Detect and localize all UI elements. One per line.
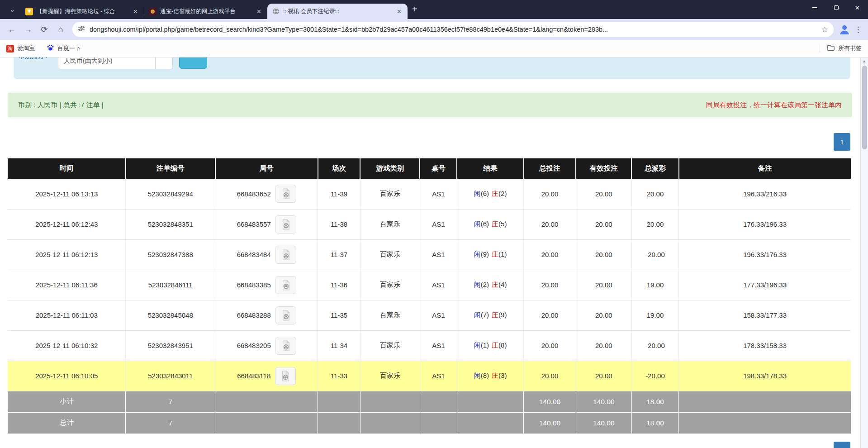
cell-total-bet: 20.00: [524, 361, 576, 391]
browser-tab-3-active[interactable]: :::视讯 会员下注纪录::: ✕: [267, 4, 408, 19]
banker-label: 庄: [492, 311, 498, 319]
cell-table-no: AS1: [420, 179, 457, 209]
bet-records-table: 时间注单编号局号场次游戏类别桌号结果总投注有效投注总派彩备注 2025-12-1…: [8, 158, 851, 434]
cell-valid-bet: 20.00: [576, 300, 631, 330]
cell-payout: -20.00: [631, 330, 678, 361]
reload-button[interactable]: ⟳: [37, 22, 52, 37]
cell-time: 2025-12-11 06:12:43: [8, 209, 126, 239]
cell-note: 158.33/177.33: [679, 300, 851, 330]
summary-bar: 币别 : 人民币 | 总共 :7 注单 | 同局有效投注，统一计算在该局第一张注…: [8, 93, 852, 117]
scrollbar-thumb[interactable]: [862, 66, 867, 149]
cell-payout: -20.00: [631, 239, 678, 270]
address-bar[interactable]: dongshouji.com/ipl/portal.php/game/betre…: [72, 22, 834, 37]
video-record-button[interactable]: [275, 367, 296, 385]
cell-time: 2025-12-11 06:11:03: [8, 300, 126, 330]
bookmark-baidu[interactable]: 百度一下: [47, 44, 81, 53]
cell-bet-id: 523032843951: [126, 330, 215, 361]
banker-label: 庄: [492, 281, 498, 288]
video-record-button[interactable]: [275, 306, 296, 324]
minimize-button[interactable]: [804, 0, 825, 15]
tab-close-icon[interactable]: ✕: [132, 8, 139, 15]
baidu-paw-icon: [47, 44, 54, 53]
table-footer: 小计 7 140.00 140.00 18.00 总计 7 140.00 140…: [8, 391, 851, 434]
video-record-button[interactable]: [275, 246, 296, 264]
banker-score: (4): [498, 281, 507, 288]
cell-session: 11-33: [318, 361, 360, 391]
video-record-button[interactable]: [275, 337, 296, 355]
globe-favicon-icon: [272, 8, 280, 15]
banker-label: 庄: [492, 190, 498, 197]
search-button[interactable]: [179, 57, 207, 69]
column-header-7: 总投注: [524, 158, 576, 179]
cell-result: 闲(6)庄(5): [457, 209, 523, 239]
new-tab-button[interactable]: +: [412, 4, 417, 14]
banker-label: 庄: [492, 220, 498, 228]
cell-note: 196.33/176.33: [679, 239, 851, 270]
player-label: 闲: [474, 311, 481, 319]
tab-title: 【新提醒】海燕策略论坛 - 综合: [37, 8, 128, 15]
video-record-button[interactable]: [275, 185, 296, 203]
back-button[interactable]: ←: [5, 22, 19, 37]
cell-valid-bet: 20.00: [576, 270, 631, 300]
banker-label: 庄: [492, 250, 498, 258]
url-text[interactable]: dongshouji.com/ipl/portal.php/game/betre…: [90, 26, 817, 33]
player-score: (6): [481, 190, 489, 197]
forward-button[interactable]: →: [21, 22, 35, 37]
cell-valid-bet: 20.00: [576, 239, 631, 270]
pagination-page-1[interactable]: 1: [834, 133, 850, 151]
folder-icon: [827, 45, 835, 52]
summary-count: 7: [126, 391, 215, 412]
tab-search-chevron-icon[interactable]: ⌄: [5, 3, 19, 16]
table-body: 2025-12-11 06:13:13 523032849294 6684836…: [8, 179, 851, 391]
cell-table-no: AS1: [420, 300, 457, 330]
tab-close-icon[interactable]: ✕: [395, 8, 403, 15]
bookmarks-bar: 淘 爱淘宝 百度一下 所有书签: [0, 40, 868, 57]
browser-titlebar: ⌄ 【新提醒】海燕策略论坛 - 综合 ✕ 通宝-信誉最好的网上游戏平台 ✕ ::…: [0, 0, 868, 19]
cell-result: 闲(1)庄(8): [457, 330, 523, 361]
home-button[interactable]: ⌂: [53, 22, 68, 37]
browser-tab-2[interactable]: 通宝-信誉最好的网上游戏平台 ✕: [144, 4, 267, 19]
all-bookmarks-label: 所有书签: [838, 44, 862, 52]
round-number: 668483205: [237, 342, 271, 349]
sort-select[interactable]: 人民币(由大到小): [58, 57, 156, 69]
bookmark-taobao[interactable]: 淘 爱淘宝: [6, 44, 35, 52]
notice-text: 同局有效投注，统一计算在该局第一张注单内: [706, 101, 842, 110]
video-record-button[interactable]: [275, 215, 296, 234]
cell-valid-bet: 20.00: [576, 179, 631, 209]
site-info-icon[interactable]: [78, 25, 85, 34]
cell-payout: 19.00: [631, 300, 678, 330]
tab-close-icon[interactable]: ✕: [255, 8, 263, 15]
cell-time: 2025-12-11 06:12:13: [8, 239, 126, 270]
pagination-bottom-clipped[interactable]: [834, 442, 850, 448]
cell-result: 闲(9)庄(1): [457, 239, 523, 270]
cell-note: 198.33/178.33: [679, 361, 851, 391]
banker-score: (9): [498, 311, 507, 319]
summary-count: 7: [126, 412, 215, 434]
player-score: (2): [481, 281, 489, 288]
browser-tab-1[interactable]: 【新提醒】海燕策略论坛 - 综合 ✕: [21, 4, 144, 19]
cell-bet-id: 523032847388: [126, 239, 215, 270]
window-controls: ✕: [804, 0, 868, 15]
cell-result: 闲(6)庄(2): [457, 179, 523, 209]
player-score: (1): [481, 341, 489, 349]
video-record-button[interactable]: [275, 276, 296, 294]
page-scrollbar[interactable]: ▲: [860, 57, 868, 448]
bookmark-label: 百度一下: [57, 44, 81, 52]
sort-select-arrow[interactable]: [156, 57, 173, 69]
cell-round: 668483484: [215, 239, 318, 270]
player-label: 闲: [474, 281, 481, 288]
summary-payout: 18.00: [631, 391, 678, 412]
cell-game-type: 百家乐: [360, 361, 420, 391]
cell-round: 668483385: [215, 270, 318, 300]
close-window-button[interactable]: ✕: [847, 0, 868, 15]
cell-bet-id: 523032845048: [126, 300, 215, 330]
all-bookmarks-button[interactable]: 所有书签: [820, 44, 862, 52]
browser-menu-icon[interactable]: ⋮: [853, 25, 863, 34]
bookmark-label: 爱淘宝: [17, 44, 35, 52]
table-row: 2025-12-11 06:12:43 523032848351 6684835…: [8, 209, 851, 239]
cell-valid-bet: 20.00: [576, 330, 631, 361]
bookmark-star-icon[interactable]: ☆: [821, 25, 828, 34]
profile-avatar[interactable]: [838, 23, 851, 36]
maximize-button[interactable]: [825, 0, 847, 15]
scroll-up-arrow-icon[interactable]: ▲: [862, 59, 866, 63]
